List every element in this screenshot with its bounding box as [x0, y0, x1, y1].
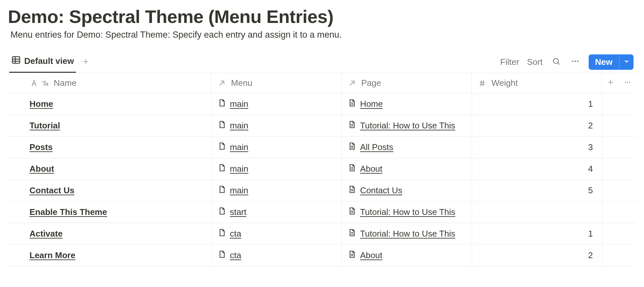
- relation-value: Tutorial: How to Use This: [360, 121, 455, 131]
- column-header-name[interactable]: Name: [8, 73, 211, 93]
- relation-chip[interactable]: Tutorial: How to Use This: [348, 227, 455, 240]
- text-property-icon: [40, 79, 49, 88]
- view-tab-default[interactable]: Default view: [9, 53, 76, 73]
- table-row[interactable]: Contact Us main Contact Us 5: [8, 180, 636, 201]
- add-view-button[interactable]: [80, 56, 92, 67]
- relation-chip[interactable]: main: [218, 98, 248, 110]
- svg-line-14: [350, 81, 354, 85]
- cell-weight[interactable]: 2: [472, 115, 602, 136]
- cell-menu[interactable]: start: [212, 201, 342, 223]
- cell-page[interactable]: All Posts: [342, 137, 472, 158]
- page-icon: [348, 141, 356, 154]
- relation-chip[interactable]: main: [218, 184, 248, 197]
- column-header-page[interactable]: Page: [342, 73, 472, 93]
- table-row[interactable]: Home main Home 1: [8, 93, 636, 115]
- cell-menu[interactable]: main: [212, 115, 342, 136]
- cell-weight[interactable]: 4: [472, 158, 602, 180]
- cell-page[interactable]: Tutorial: How to Use This: [342, 115, 472, 136]
- ellipsis-icon: [571, 57, 579, 67]
- relation-chip[interactable]: cta: [218, 249, 241, 262]
- relation-chip[interactable]: All Posts: [348, 141, 393, 154]
- table-row[interactable]: About main About 4: [8, 158, 636, 180]
- column-header-weight[interactable]: Weight: [472, 73, 602, 93]
- new-button-dropdown[interactable]: [619, 54, 634, 70]
- cell-name[interactable]: Home: [8, 93, 212, 115]
- cell-page[interactable]: Contact Us: [342, 180, 472, 201]
- row-title[interactable]: Home: [29, 99, 53, 109]
- cell-page[interactable]: About: [342, 245, 472, 266]
- column-more-button[interactable]: [619, 73, 636, 93]
- table-row[interactable]: Tutorial main Tutorial: How to Use This …: [8, 115, 636, 137]
- table-row[interactable]: Activate cta Tutorial: How to Use This 1: [8, 223, 636, 245]
- cell-weight[interactable]: 5: [472, 180, 602, 201]
- relation-value: cta: [230, 229, 241, 239]
- relation-chip[interactable]: cta: [218, 227, 241, 240]
- cell-menu[interactable]: main: [212, 158, 342, 180]
- row-title[interactable]: Tutorial: [29, 121, 60, 131]
- cell-spacer: [602, 137, 619, 158]
- relation-chip[interactable]: main: [218, 163, 248, 175]
- table-row[interactable]: Learn More cta About 2: [8, 245, 636, 266]
- weight-value: 1: [588, 99, 593, 109]
- cell-weight[interactable]: [472, 201, 602, 223]
- relation-chip[interactable]: start: [218, 206, 247, 219]
- column-header-label: Name: [54, 78, 76, 88]
- relation-value: About: [360, 250, 382, 260]
- cell-menu[interactable]: main: [212, 93, 342, 115]
- new-button-label: New: [589, 54, 619, 70]
- new-button[interactable]: New: [589, 54, 634, 70]
- cell-name[interactable]: Learn More: [8, 245, 212, 266]
- file-icon: [218, 206, 226, 219]
- cell-name[interactable]: Activate: [8, 223, 212, 244]
- page-icon: [348, 206, 356, 219]
- cell-weight[interactable]: 1: [472, 93, 602, 115]
- cell-weight[interactable]: 3: [472, 137, 602, 158]
- cell-page[interactable]: Tutorial: How to Use This: [342, 223, 472, 244]
- more-button[interactable]: [570, 56, 581, 67]
- row-title[interactable]: Posts: [29, 142, 53, 152]
- relation-chip[interactable]: Tutorial: How to Use This: [348, 119, 455, 132]
- page-icon: [348, 184, 356, 197]
- weight-value: 5: [588, 185, 593, 196]
- cell-spacer: [602, 245, 619, 266]
- cell-menu[interactable]: main: [212, 180, 342, 201]
- table-row[interactable]: Enable This Theme start Tutorial: How to…: [8, 201, 636, 223]
- weight-value: 3: [588, 142, 593, 152]
- relation-chip[interactable]: Tutorial: How to Use This: [348, 206, 455, 219]
- row-title[interactable]: Contact Us: [29, 185, 74, 196]
- page-icon: [348, 119, 356, 132]
- cell-menu[interactable]: main: [212, 137, 342, 158]
- relation-chip[interactable]: main: [218, 119, 248, 132]
- cell-weight[interactable]: 1: [472, 223, 602, 244]
- sort-button[interactable]: Sort: [527, 57, 543, 67]
- filter-button[interactable]: Filter: [500, 57, 519, 67]
- column-header-menu[interactable]: Menu: [211, 73, 341, 93]
- row-title[interactable]: Enable This Theme: [29, 207, 107, 217]
- relation-chip[interactable]: About: [348, 249, 382, 262]
- cell-name[interactable]: Contact Us: [8, 180, 212, 201]
- cell-name[interactable]: Enable This Theme: [8, 201, 212, 223]
- file-icon: [218, 119, 226, 132]
- page-title[interactable]: Demo: Spectral Theme (Menu Entries): [8, 6, 636, 27]
- relation-chip[interactable]: Contact Us: [348, 184, 402, 197]
- relation-chip[interactable]: main: [218, 141, 248, 154]
- cell-menu[interactable]: cta: [212, 245, 342, 266]
- relation-chip[interactable]: About: [348, 163, 382, 175]
- cell-weight[interactable]: 2: [472, 245, 602, 266]
- add-column-button[interactable]: [602, 73, 619, 93]
- row-title[interactable]: Learn More: [29, 250, 75, 260]
- search-button[interactable]: [551, 56, 562, 67]
- page-subtitle[interactable]: Menu entries for Demo: Spectral Theme: S…: [10, 30, 636, 40]
- cell-name[interactable]: Tutorial: [8, 115, 212, 136]
- cell-name[interactable]: About: [8, 158, 212, 180]
- cell-name[interactable]: Posts: [8, 137, 212, 158]
- row-title[interactable]: Activate: [29, 229, 63, 239]
- cell-page[interactable]: Home: [342, 93, 472, 115]
- relation-chip[interactable]: Home: [348, 98, 383, 110]
- cell-menu[interactable]: cta: [212, 223, 342, 244]
- cell-page[interactable]: Tutorial: How to Use This: [342, 201, 472, 223]
- table-row[interactable]: Posts main All Posts 3: [8, 137, 636, 158]
- cell-page[interactable]: About: [342, 158, 472, 180]
- cell-spacer: [619, 180, 636, 201]
- row-title[interactable]: About: [29, 164, 54, 174]
